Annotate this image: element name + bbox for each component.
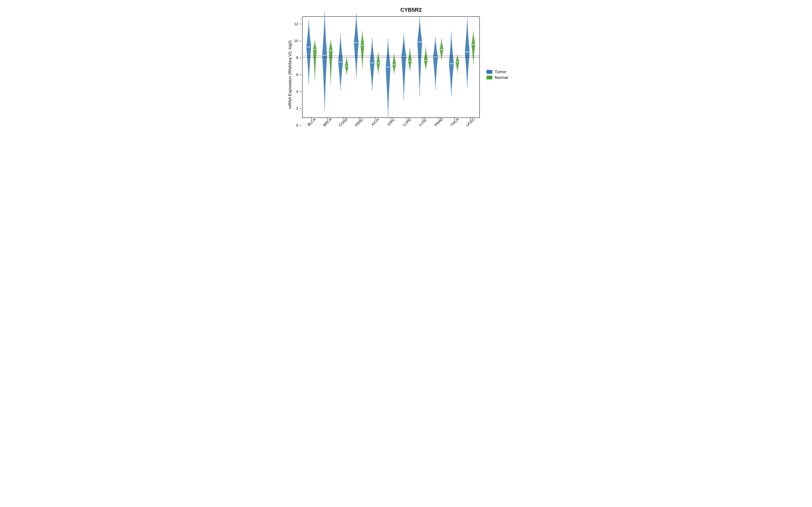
violin (369, 17, 375, 117)
y-tick-mark (299, 92, 301, 92)
svg-rect-99 (361, 45, 364, 46)
x-tick-cell: COAD (335, 118, 351, 133)
violin (392, 17, 397, 117)
x-tick-cell: PRAD (431, 118, 447, 133)
category-group (383, 17, 399, 117)
violin-pair (401, 17, 413, 117)
violin (471, 17, 476, 117)
chart-title: CYB5R2 (298, 7, 524, 13)
violin (338, 17, 343, 117)
legend-label-tumor: Tumor (495, 69, 506, 74)
y-tick-mark (299, 74, 301, 75)
violin (354, 17, 359, 117)
violin-pair (338, 17, 349, 117)
category-group (462, 17, 478, 117)
violin (423, 17, 428, 117)
legend: Tumor Normal (487, 68, 508, 81)
svg-rect-211 (424, 60, 427, 61)
violin (407, 17, 413, 117)
violin (401, 17, 407, 117)
violin (417, 17, 422, 117)
svg-rect-183 (408, 61, 412, 61)
y-tick-label: 2 (296, 106, 299, 111)
svg-rect-225 (434, 57, 438, 57)
svg-rect-113 (370, 63, 374, 63)
legend-entry-normal: Normal (487, 75, 508, 80)
x-axis-labels: BLCABRCACOADHNSCKICHKIRCLUADLUSCPRADTHCA… (302, 118, 480, 133)
svg-rect-295 (472, 44, 475, 45)
svg-rect-57 (338, 62, 343, 62)
category-group (304, 17, 320, 117)
x-tick-cell: LUSC (415, 118, 431, 133)
legend-label-normal: Normal (495, 75, 508, 80)
y-tick-label: 0 (296, 123, 299, 128)
y-tick-label: 6 (296, 72, 299, 77)
x-tick-cell: LUAD (399, 118, 415, 133)
svg-rect-1 (307, 47, 311, 47)
y-tick-mark (299, 108, 301, 109)
y-tick-label: 8 (296, 56, 299, 60)
category-group (415, 17, 431, 117)
violin (375, 17, 381, 117)
svg-rect-127 (376, 63, 380, 63)
y-tick-label: 4 (296, 90, 299, 94)
y-tick-mark (299, 58, 301, 58)
violin-pair (449, 17, 460, 117)
y-tick-label: 10 (294, 39, 299, 43)
category-group (446, 17, 462, 117)
svg-rect-239 (440, 49, 443, 50)
svg-rect-71 (345, 66, 348, 67)
violin-pair (417, 17, 428, 117)
y-axis: 121086420 (294, 24, 302, 125)
violin (344, 17, 349, 117)
violin-groups (302, 17, 479, 117)
x-tick-cell: BLCA (303, 118, 319, 133)
category-group (399, 17, 415, 117)
y-tick-label: 12 (294, 22, 299, 26)
svg-rect-15 (313, 49, 316, 50)
violin (328, 17, 334, 117)
category-group (320, 17, 336, 117)
x-tick-label: KIRC (387, 117, 396, 127)
category-group (351, 17, 367, 117)
svg-rect-197 (417, 42, 422, 42)
category-group (431, 17, 447, 117)
y-tick-mark (299, 41, 301, 41)
violin-pair (464, 17, 476, 117)
svg-rect-43 (329, 50, 333, 51)
violin (433, 17, 438, 117)
y-axis-label: mRNA Expression (RNASeq V2, log2) (288, 40, 292, 109)
violin-pair (354, 17, 365, 117)
violin-pair (306, 17, 317, 117)
y-tick-mark (299, 24, 301, 24)
legend-swatch-normal (487, 76, 492, 79)
x-tick-label: BLCA (307, 117, 317, 127)
x-tick-cell: KIRC (383, 118, 399, 133)
svg-rect-267 (456, 62, 459, 62)
chart-container: CYB5R2 mRNA Expression (RNASeq V2, log2)… (288, 7, 524, 151)
violin (312, 17, 317, 117)
violin (385, 17, 391, 117)
violin-pair (385, 17, 397, 117)
violin (449, 17, 454, 117)
violin (360, 17, 365, 117)
y-tick-mark (299, 125, 301, 125)
svg-rect-29 (322, 55, 327, 56)
x-tick-cell: BRCA (319, 118, 335, 133)
category-group (367, 17, 383, 117)
x-tick-cell: HNSC (351, 118, 367, 133)
x-tick-cell: UCEC (462, 118, 478, 133)
violin-pair (322, 17, 334, 117)
reference-line (302, 57, 479, 58)
violin (455, 17, 460, 117)
svg-rect-281 (465, 52, 469, 52)
violin (306, 17, 311, 117)
svg-rect-253 (449, 64, 453, 64)
violin (464, 17, 470, 117)
plot-wrap: mRNA Expression (RNASeq V2, log2) 121086… (288, 16, 524, 133)
plot-area (302, 16, 480, 118)
legend-swatch-tumor (487, 70, 492, 74)
category-group (336, 17, 352, 117)
x-tick-label: KICH (371, 117, 380, 127)
reference-line (302, 56, 479, 56)
